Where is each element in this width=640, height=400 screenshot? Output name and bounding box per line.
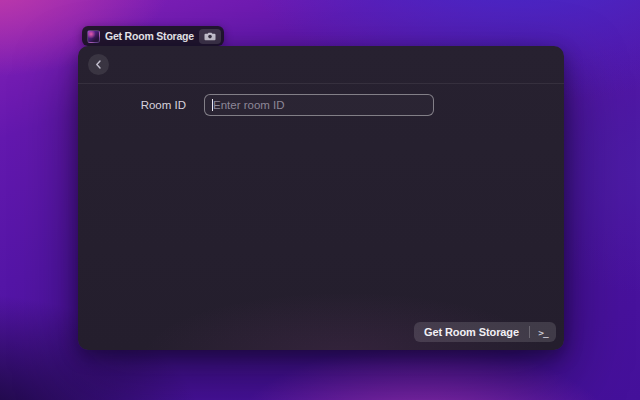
extension-window: Room ID Get Room Storage >_	[78, 46, 564, 350]
command-tab-title: Get Room Storage	[105, 30, 194, 42]
form-body: Room ID	[78, 94, 564, 116]
terminal-prompt-icon: >_	[530, 327, 556, 338]
camera-button[interactable]	[199, 29, 221, 44]
desktop-wallpaper: Get Room Storage Room ID	[0, 0, 640, 400]
room-id-label: Room ID	[78, 99, 186, 111]
room-id-input-wrap	[204, 94, 434, 116]
room-id-input[interactable]	[204, 94, 434, 116]
window-footer: Get Room Storage >_	[78, 318, 564, 350]
get-room-storage-button[interactable]: Get Room Storage >_	[414, 322, 556, 342]
text-caret	[212, 99, 213, 111]
window-header	[78, 46, 564, 84]
command-tab[interactable]: Get Room Storage	[82, 26, 224, 46]
camera-icon	[204, 32, 216, 41]
room-id-form-row: Room ID	[78, 94, 564, 116]
extension-app-icon	[87, 30, 100, 43]
back-button[interactable]	[88, 54, 109, 75]
chevron-left-icon	[95, 60, 102, 69]
submit-button-label: Get Room Storage	[414, 326, 529, 338]
